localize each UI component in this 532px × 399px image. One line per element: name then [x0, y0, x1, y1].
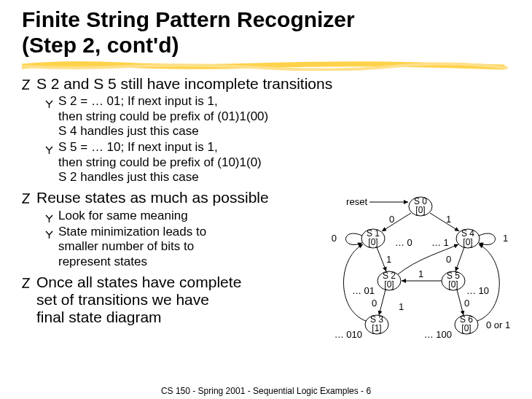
- s6-out: [0]: [461, 323, 471, 333]
- z-bullet-icon: [22, 80, 31, 93]
- title-line-2: (Step 2, cont'd): [22, 33, 179, 57]
- bullet-1-sub-1: S 2 = … 01; If next input is 1, then str…: [45, 94, 510, 139]
- s2-out: [0]: [384, 279, 394, 290]
- s3-prefix: … 010: [335, 329, 362, 340]
- sub-text: S 5 = … 10; If next input is 1, then str…: [58, 140, 350, 185]
- s1-prefix: … 0: [395, 237, 412, 248]
- edge-s4-s5: 0: [446, 254, 451, 265]
- svg-line-2: [382, 213, 411, 231]
- svg-line-6: [377, 247, 386, 271]
- edge-s4-loop: 1: [503, 233, 508, 244]
- s2-prefix: … 01: [352, 285, 375, 296]
- sub-text: State minimization leads to smaller numb…: [58, 225, 277, 269]
- y-bullet-icon: [45, 212, 53, 225]
- s0-out: [0]: [415, 205, 425, 215]
- edge-s1-s2: 1: [386, 254, 391, 265]
- bullet-1-sub-2: S 5 = … 10; If next input is 1, then str…: [45, 140, 510, 185]
- state-diagram: reset S 0 [0] 0 1 S 1 [0] 0 S 4 [0] 1: [300, 193, 526, 376]
- edge-s5-s2: 1: [418, 268, 423, 279]
- s5-out: [0]: [448, 279, 458, 290]
- edge-s0-s4: 1: [446, 214, 451, 225]
- svg-line-11: [457, 290, 463, 315]
- page-title: Finite String Pattern Recognizer (Step 2…: [22, 7, 510, 58]
- slide: Finite String Pattern Recognizer (Step 2…: [0, 0, 532, 399]
- z-bullet-icon: [22, 193, 31, 206]
- sub-text: S 2 = … 01; If next input is 1, then str…: [58, 94, 350, 139]
- svg-line-10: [379, 290, 386, 315]
- svg-line-3: [430, 213, 459, 231]
- bullet-1: S 2 and S 5 still have incomplete transi…: [22, 75, 510, 185]
- bullet-1-subs: S 2 = … 01; If next input is 1, then str…: [45, 94, 510, 185]
- s1-out: [0]: [368, 237, 378, 247]
- edge-s3-s1-lbl: 1: [399, 301, 404, 312]
- s4-out: [0]: [463, 237, 472, 247]
- s3-out: [1]: [372, 323, 381, 333]
- bullet-2-text: Reuse states as much as possible: [36, 189, 313, 206]
- edge-s2-s3: 0: [372, 298, 377, 309]
- footer: CS 150 - Spring 2001 - Sequential Logic …: [0, 386, 532, 396]
- sub-text: Look for same meaning: [58, 209, 277, 223]
- y-bullet-icon: [45, 228, 53, 241]
- edge-s6-any: 0 or 1: [486, 319, 510, 330]
- svg-line-7: [455, 247, 464, 271]
- s6-prefix: … 100: [424, 329, 452, 340]
- bullet-1-text: S 2 and S 5 still have incomplete transi…: [36, 75, 372, 93]
- edge-s1-loop: 0: [332, 233, 337, 244]
- title-underline: [22, 61, 510, 71]
- z-bullet-icon: [22, 278, 31, 291]
- y-bullet-icon: [45, 144, 53, 157]
- y-bullet-icon: [45, 98, 53, 111]
- s4-prefix: … 1: [431, 237, 449, 248]
- bullet-3-text: Once all states have complete set of tra…: [36, 274, 313, 326]
- s5-prefix: … 10: [466, 285, 489, 296]
- edge-s5-s6: 0: [464, 298, 469, 309]
- edge-s0-s1: 0: [389, 214, 394, 225]
- title-line-1: Finite String Pattern Recognizer: [22, 7, 355, 31]
- reset-label: reset: [346, 196, 367, 207]
